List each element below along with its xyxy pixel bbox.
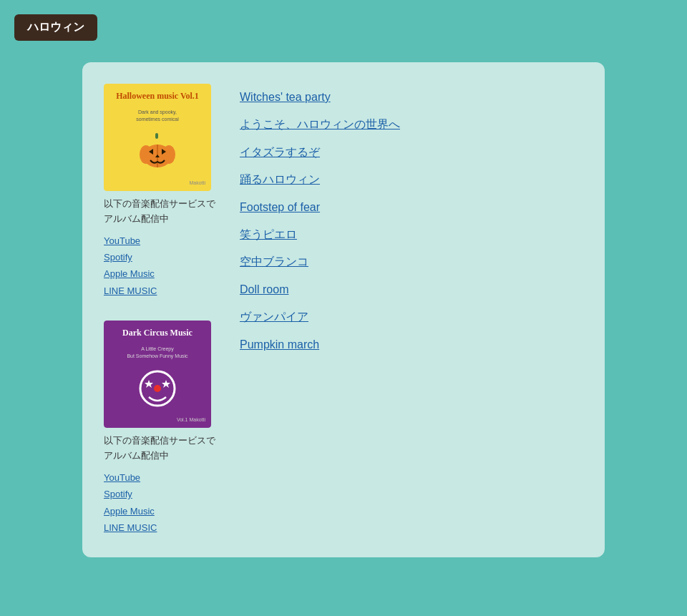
album1-service-links: YouTube Spotify Apple Music LINE MUSIC	[104, 233, 218, 300]
album2-cover-art: Dark Circus Music A Little Creepy But So…	[104, 321, 211, 428]
album1-distribution-text: 以下の音楽配信サービスでアルバム配信中	[104, 197, 218, 227]
album1-author: Makotti	[189, 180, 205, 185]
content-layout: Halloween music Vol.1 Dark and spooky, s…	[104, 84, 583, 536]
page-tag: ハロウィン	[14, 14, 97, 41]
track-item-1: Witches' tea party	[240, 84, 583, 111]
album1-subtitle: Dark and spooky, sometimes comical	[136, 109, 179, 123]
track-link-3[interactable]: イタズラするぞ	[240, 139, 583, 166]
album2-subtitle: A Little Creepy But Somehow Funny Music	[127, 346, 187, 360]
track-item-9: ヴァンパイア	[240, 303, 583, 331]
album2-cover: Dark Circus Music A Little Creepy But So…	[104, 321, 211, 428]
album2-author: Vol.1 Makotti	[177, 417, 205, 422]
track-link-5[interactable]: Footstep of fear	[240, 194, 583, 221]
track-item-5: Footstep of fear	[240, 194, 583, 221]
pumpkin-icon	[136, 130, 179, 173]
album1-cover: Halloween music Vol.1 Dark and spooky, s…	[104, 84, 211, 191]
track-item-10: Pumpkin march	[240, 331, 583, 358]
album2-title-text: Dark Circus Music	[122, 328, 193, 338]
svg-marker-10	[145, 380, 153, 388]
track-list: Witches' tea party ようこそ、ハロウィンの世界へ イタズラする…	[240, 84, 583, 358]
track-link-10[interactable]: Pumpkin march	[240, 331, 583, 358]
track-link-7[interactable]: 空中ブランコ	[240, 248, 583, 275]
main-card: Halloween music Vol.1 Dark and spooky, s…	[82, 62, 605, 557]
track-item-6: 笑うピエロ	[240, 221, 583, 248]
track-link-6[interactable]: 笑うピエロ	[240, 221, 583, 248]
svg-marker-11	[162, 380, 170, 388]
track-link-8[interactable]: Doll room	[240, 276, 583, 303]
track-link-4[interactable]: 踊るハロウィン	[240, 166, 583, 193]
album1-spotify-link[interactable]: Spotify	[104, 249, 218, 265]
album1-youtube-link[interactable]: YouTube	[104, 233, 218, 249]
album2-apple-music-link[interactable]: Apple Music	[104, 503, 218, 519]
svg-point-9	[154, 385, 161, 392]
album1-apple-music-link[interactable]: Apple Music	[104, 265, 218, 282]
album1-cover-art: Halloween music Vol.1 Dark and spooky, s…	[104, 84, 211, 191]
track-item-8: Doll room	[240, 276, 583, 303]
track-link-9[interactable]: ヴァンパイア	[240, 303, 583, 331]
album2-block: Dark Circus Music A Little Creepy But So…	[104, 321, 218, 536]
track-link-1[interactable]: Witches' tea party	[240, 84, 583, 111]
track-item-7: 空中ブランコ	[240, 248, 583, 275]
album2-distribution-text: 以下の音楽配信サービスでアルバム配信中	[104, 434, 218, 464]
album1-block: Halloween music Vol.1 Dark and spooky, s…	[104, 84, 218, 299]
album2-service-links: YouTube Spotify Apple Music LINE MUSIC	[104, 469, 218, 537]
album1-line-music-link[interactable]: LINE MUSIC	[104, 283, 218, 299]
album2-line-music-link[interactable]: LINE MUSIC	[104, 519, 218, 536]
clown-icon	[136, 367, 179, 410]
track-item-3: イタズラするぞ	[240, 139, 583, 166]
album1-title-text: Halloween music Vol.1	[116, 91, 199, 101]
track-link-2[interactable]: ようこそ、ハロウィンの世界へ	[240, 111, 583, 138]
album2-youtube-link[interactable]: YouTube	[104, 469, 218, 486]
track-item-4: 踊るハロウィン	[240, 166, 583, 193]
album2-spotify-link[interactable]: Spotify	[104, 486, 218, 502]
left-column: Halloween music Vol.1 Dark and spooky, s…	[104, 84, 218, 536]
track-item-2: ようこそ、ハロウィンの世界へ	[240, 111, 583, 138]
svg-rect-0	[155, 133, 158, 139]
right-column: Witches' tea party ようこそ、ハロウィンの世界へ イタズラする…	[240, 84, 583, 358]
